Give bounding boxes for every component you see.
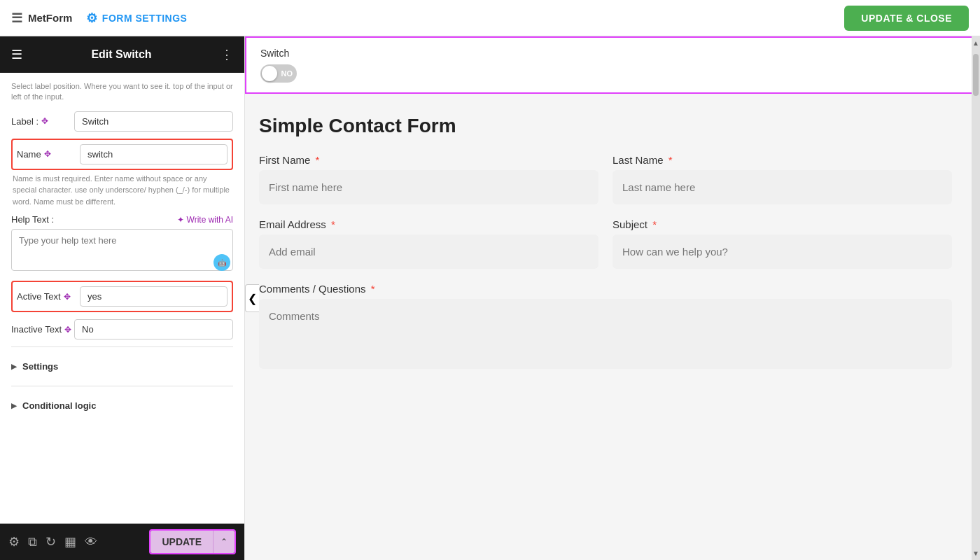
scrollbar[interactable]: ▲ ▼ xyxy=(972,36,980,560)
subject-input[interactable] xyxy=(612,234,952,269)
settings-section[interactable]: ▶ Settings xyxy=(11,354,233,379)
form-title: Simple Contact Form xyxy=(259,115,952,137)
toggle-knob xyxy=(262,66,277,81)
label-field-row: Label : ✥ xyxy=(11,111,233,132)
inactive-move-icon[interactable]: ✥ xyxy=(64,325,71,335)
email-input[interactable] xyxy=(259,234,598,269)
sidebar-title: Edit Switch xyxy=(91,48,151,61)
settings-arrow-icon: ▶ xyxy=(11,363,17,370)
scroll-thumb xyxy=(973,54,979,96)
comments-input[interactable] xyxy=(259,299,952,369)
inactive-text-label: Inactive Text ✥ xyxy=(11,324,74,335)
name-field-wrapper: Name ✥ xyxy=(11,139,233,170)
last-name-group: Last Name * xyxy=(612,154,952,204)
topbar-left: ☰ MetForm ⚙ FORM SETTINGS xyxy=(11,10,187,26)
name-input[interactable] xyxy=(80,144,227,164)
gear-icon: ⚙ xyxy=(86,10,98,26)
update-chevron-button[interactable]: ⌃ xyxy=(213,531,234,553)
subject-required: * xyxy=(652,218,657,230)
sidebar-header: ☰ Edit Switch ⋮ xyxy=(0,36,244,73)
collapse-chevron-icon: ❮ xyxy=(248,292,257,305)
first-name-input[interactable] xyxy=(259,170,598,204)
sidebar: ☰ Edit Switch ⋮ Select label position. W… xyxy=(0,36,245,560)
conditional-logic-header: ▶ Conditional logic xyxy=(11,400,233,411)
history-icon[interactable]: ↻ xyxy=(46,534,56,550)
sidebar-menu-icon[interactable]: ☰ xyxy=(11,47,22,62)
sidebar-header-icons: ⋮ xyxy=(220,47,233,62)
update-button[interactable]: UPDATE xyxy=(150,531,213,553)
sidebar-note: Select label position. Where you want to… xyxy=(11,81,233,103)
email-label: Email Address * xyxy=(259,218,598,230)
label-input[interactable] xyxy=(74,111,233,132)
active-text-row: Active Text ✥ xyxy=(17,286,227,307)
switch-toggle-row: NO xyxy=(260,64,965,83)
last-name-required: * xyxy=(668,154,673,166)
inactive-text-row: Inactive Text ✥ xyxy=(11,319,233,340)
form-row-comments: Comments / Questions * xyxy=(259,283,952,369)
scroll-down-icon[interactable]: ▼ xyxy=(972,550,979,557)
menu-icon[interactable]: ☰ xyxy=(11,10,22,26)
sidebar-bottom: ⚙ ⧉ ↻ ▦ 👁 UPDATE ⌃ xyxy=(0,524,244,560)
scroll-up-icon[interactable]: ▲ xyxy=(972,39,979,47)
settings-icon[interactable]: ⚙ xyxy=(8,534,20,550)
conditional-logic-section[interactable]: ▶ Conditional logic xyxy=(11,393,233,418)
first-name-group: First Name * xyxy=(259,154,598,204)
comments-required: * xyxy=(371,283,375,295)
first-name-required: * xyxy=(316,154,320,166)
help-text-input[interactable] xyxy=(11,229,233,271)
main-layout: ☰ Edit Switch ⋮ Select label position. W… xyxy=(0,36,980,560)
comments-group: Comments / Questions * xyxy=(259,283,952,369)
collapse-tab[interactable]: ❮ xyxy=(245,284,259,312)
form-content: Simple Contact Form First Name * Last Na… xyxy=(245,94,980,404)
subject-label: Subject * xyxy=(612,218,952,230)
form-row-email-subject: Email Address * Subject * xyxy=(259,218,952,269)
write-ai-button[interactable]: ✦ Write with AI xyxy=(177,215,233,225)
subject-group: Subject * xyxy=(612,218,952,269)
switch-preview-block: Switch NO xyxy=(245,36,980,94)
grid-icon[interactable]: ⋮ xyxy=(220,47,233,62)
topbar-brand: ☰ MetForm xyxy=(11,10,72,26)
comments-label: Comments / Questions * xyxy=(259,283,952,295)
divider-2 xyxy=(11,386,233,386)
help-text-section: Help Text : ✦ Write with AI 🤖 xyxy=(11,214,233,274)
divider-1 xyxy=(11,346,233,347)
active-text-wrapper: Active Text ✥ xyxy=(11,281,233,312)
settings-header: ▶ Settings xyxy=(11,361,233,372)
toggle-no-text: NO xyxy=(281,69,293,78)
topbar: ☰ MetForm ⚙ FORM SETTINGS UPDATE & CLOSE xyxy=(0,0,980,36)
last-name-label: Last Name * xyxy=(612,154,952,166)
topbar-form-settings[interactable]: ⚙ FORM SETTINGS xyxy=(86,10,187,26)
active-text-move-icon[interactable]: ✥ xyxy=(64,292,71,302)
eye-icon[interactable]: 👁 xyxy=(85,535,97,550)
conditional-logic-label: Conditional logic xyxy=(22,400,96,411)
sidebar-body: Select label position. Where you want to… xyxy=(0,73,244,524)
conditional-arrow-icon: ▶ xyxy=(11,402,17,410)
help-text-label: Help Text : xyxy=(11,214,54,225)
form-settings-label: FORM SETTINGS xyxy=(102,13,188,24)
name-move-icon[interactable]: ✥ xyxy=(44,149,51,159)
label-field-label: Label : ✥ xyxy=(11,116,74,127)
toggle-track[interactable]: NO xyxy=(260,64,297,83)
last-name-input[interactable] xyxy=(612,170,952,204)
brand-name: MetForm xyxy=(28,12,72,24)
active-text-label: Active Text ✥ xyxy=(17,291,80,302)
label-move-icon[interactable]: ✥ xyxy=(41,116,48,126)
help-text-header: Help Text : ✦ Write with AI xyxy=(11,214,233,225)
form-row-names: First Name * Last Name * xyxy=(259,154,952,204)
first-name-label: First Name * xyxy=(259,154,598,166)
inactive-text-input[interactable] xyxy=(74,319,233,340)
email-required: * xyxy=(331,218,335,230)
preview-area: Switch NO ❮ Simple Contact Form First Na… xyxy=(245,36,980,560)
layers-icon[interactable]: ⧉ xyxy=(28,535,37,550)
email-group: Email Address * xyxy=(259,218,598,269)
active-text-input[interactable] xyxy=(80,286,227,307)
name-note: Name is must required. Enter name withou… xyxy=(11,173,233,208)
update-close-button[interactable]: UPDATE & CLOSE xyxy=(844,6,969,31)
settings-label: Settings xyxy=(22,361,58,372)
name-field-label: Name ✥ xyxy=(17,149,80,160)
switch-preview-label: Switch xyxy=(260,48,965,59)
help-text-wrapper: 🤖 xyxy=(11,229,233,274)
name-field-row: Name ✥ xyxy=(17,144,227,164)
copy-icon[interactable]: ▦ xyxy=(64,534,76,550)
update-button-wrapper: UPDATE ⌃ xyxy=(149,529,236,554)
